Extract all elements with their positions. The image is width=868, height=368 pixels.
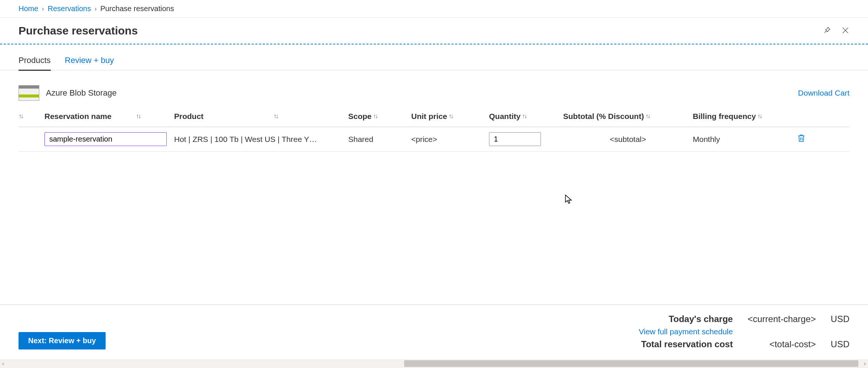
trash-icon [797, 133, 806, 143]
tab-review-buy[interactable]: Review + buy [65, 56, 114, 70]
pin-icon[interactable] [823, 26, 831, 36]
payment-schedule-link[interactable]: View full payment schedule [639, 327, 733, 336]
quantity-input[interactable] [489, 132, 541, 146]
cell-product: Hot | ZRS | 100 Tb | West US | Three Y… [174, 135, 348, 144]
horizontal-scrollbar[interactable]: ‹ › [0, 359, 868, 368]
sort-icon[interactable]: ↑↓ [19, 113, 23, 120]
scroll-track[interactable] [6, 359, 863, 368]
sort-icon[interactable]: ↑↓ [522, 113, 526, 120]
service-name: Azure Blob Storage [46, 88, 117, 98]
cell-unit-price: <price> [411, 135, 489, 144]
col-subtotal[interactable]: Subtotal (% Discount)↑↓ [563, 112, 693, 121]
blob-storage-icon [19, 85, 39, 101]
total-cost-currency: USD [831, 339, 849, 349]
scroll-right-icon[interactable]: › [864, 361, 866, 367]
today-charge-label: Today's charge [669, 314, 733, 324]
breadcrumb-current: Purchase reservations [100, 4, 174, 13]
col-product[interactable]: Product ↑↓ [174, 112, 348, 121]
sort-icon[interactable]: ↑↓ [645, 113, 649, 120]
col-unit-price[interactable]: Unit price↑↓ [411, 112, 489, 121]
sort-icon[interactable]: ↑↓ [757, 113, 761, 120]
scroll-thumb[interactable] [404, 360, 858, 367]
col-quantity[interactable]: Quantity↑↓ [489, 112, 563, 121]
cell-scope: Shared [348, 135, 411, 144]
col-reservation-name[interactable]: Reservation name ↑↓ [44, 112, 174, 121]
cell-billing: Monthly [693, 135, 797, 144]
sort-icon[interactable]: ↑↓ [136, 113, 140, 120]
total-cost-label: Total reservation cost [641, 339, 733, 349]
page-title: Purchase reservations [19, 24, 138, 37]
sort-icon[interactable]: ↑↓ [273, 113, 277, 120]
today-charge-value: <current-charge> [748, 314, 816, 324]
close-icon[interactable] [841, 26, 849, 36]
page-header: Purchase reservations [0, 18, 868, 44]
table-row: Hot | ZRS | 100 Tb | West US | Three Y… … [19, 127, 849, 152]
service-row: Azure Blob Storage Download Cart [0, 70, 868, 106]
today-charge-currency: USD [831, 314, 849, 324]
delete-row-button[interactable] [797, 133, 819, 145]
cell-subtotal: <subtotal> [563, 135, 693, 144]
col-billing[interactable]: Billing frequency↑↓ [693, 112, 797, 121]
footer: Next: Review + buy Today's charge <curre… [0, 305, 868, 358]
breadcrumb-reservations[interactable]: Reservations [48, 4, 91, 13]
totals: Today's charge <current-charge> USD View… [639, 314, 849, 349]
col-scope[interactable]: Scope↑↓ [348, 112, 411, 121]
breadcrumb: Home › Reservations › Purchase reservati… [0, 0, 868, 18]
chevron-right-icon: › [42, 6, 44, 12]
chevron-right-icon: › [94, 6, 96, 12]
cursor-icon [565, 195, 573, 206]
scroll-left-icon[interactable]: ‹ [2, 361, 4, 367]
reservation-name-input[interactable] [44, 132, 167, 146]
breadcrumb-home[interactable]: Home [19, 4, 38, 13]
tabs: Products Review + buy [0, 44, 868, 70]
sort-icon[interactable]: ↑↓ [449, 113, 453, 120]
tab-products[interactable]: Products [19, 56, 51, 71]
reservations-table: ↑↓ Reservation name ↑↓ Product ↑↓ Scope↑… [0, 106, 868, 152]
download-cart-link[interactable]: Download Cart [798, 89, 849, 97]
sort-icon[interactable]: ↑↓ [373, 113, 377, 120]
next-review-buy-button[interactable]: Next: Review + buy [19, 332, 106, 349]
table-header: ↑↓ Reservation name ↑↓ Product ↑↓ Scope↑… [19, 106, 849, 127]
total-cost-value: <total-cost> [769, 339, 816, 349]
